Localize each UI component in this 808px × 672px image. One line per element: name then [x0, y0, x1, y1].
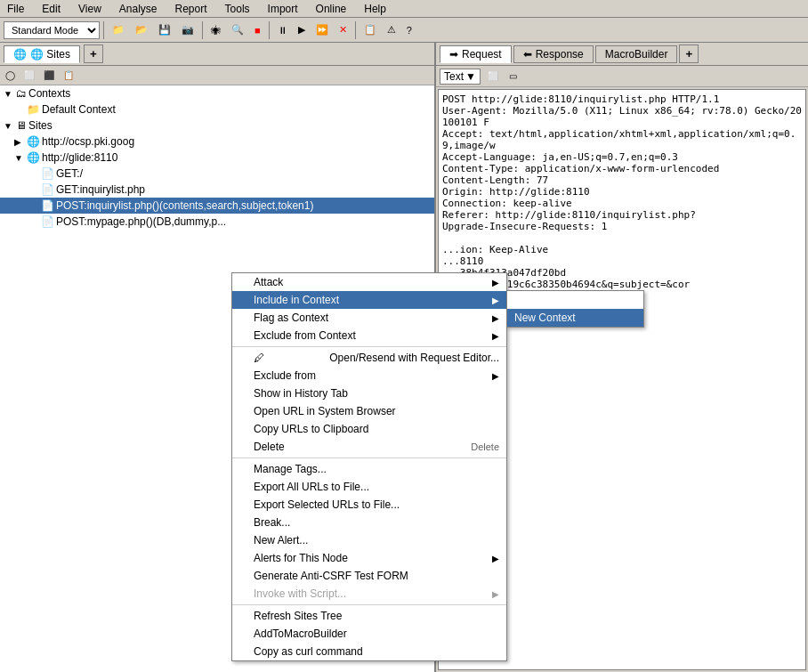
ctx-add-macro[interactable]: AddToMacroBuilder [232, 625, 506, 643]
menu-file[interactable]: File [4, 3, 28, 15]
ctx-openurl-label: Open URL in System Browser [254, 405, 396, 417]
ctx-exclude-label: Exclude from Context [254, 329, 356, 342]
sites-toolbar-btn-2[interactable]: ⬜ [20, 69, 38, 82]
toolbar-break[interactable]: ⏸ [273, 22, 292, 38]
ctx-break[interactable]: Break... [232, 514, 506, 531]
tree-item-glide[interactable]: ▼ 🌐 http://glide:8110 [0, 150, 434, 166]
tree-label-post-inquiry: POST:inquirylist.php()(contents,search,s… [56, 199, 313, 212]
ctx-invokescript-label: Invoke with Script... [254, 587, 346, 600]
ctx-csrf-label: Generate Anti-CSRF Test FORM [254, 570, 408, 582]
mode-select[interactable]: Standard Mode Safe Mode Protected Mode A… [4, 21, 100, 39]
sites-toolbar-btn-4[interactable]: 📋 [60, 69, 77, 82]
ctx-attack[interactable]: Attack ▶ [232, 273, 506, 291]
ctx-open-resend[interactable]: 🖊 Open/Resend with Request Editor... [232, 349, 506, 367]
tree-item-ocsp[interactable]: ▶ 🌐 http://ocsp.pki.goog [0, 134, 434, 150]
menu-view[interactable]: View [75, 3, 105, 15]
ctx-open-url[interactable]: Open URL in System Browser [232, 402, 506, 420]
menu-edit[interactable]: Edit [38, 3, 64, 15]
tree-label-glide: http://glide:8110 [42, 151, 117, 164]
toolbar-drop[interactable]: ✕ [335, 21, 351, 38]
submenu-new-context[interactable]: New Context [507, 309, 643, 327]
view-split-vertical[interactable]: ▭ [505, 69, 521, 83]
ctx-attack-arrow: ▶ [492, 278, 499, 287]
ctx-flag-as-context[interactable]: Flag as Context ▶ [232, 309, 506, 327]
submenu-default-context[interactable]: Default Context [507, 291, 643, 309]
toolbar-alerts[interactable]: ⚠ [383, 21, 400, 38]
tree-label-ocsp: http://ocsp.pki.goog [42, 135, 134, 148]
toolbar-new[interactable]: 📁 [108, 21, 129, 38]
view-split-horizontal[interactable]: ⬜ [484, 69, 502, 83]
sites-toolbar-btn-1[interactable]: ◯ [2, 69, 19, 82]
toolbar-continue[interactable]: ⏩ [311, 21, 333, 38]
toolbar-open[interactable]: 📂 [131, 21, 152, 38]
tree-item-post-inquiry[interactable]: 📄 POST:inquirylist.php()(contents,search… [0, 198, 434, 214]
ctx-include-label: Include in Context [254, 294, 339, 306]
toolbar-step[interactable]: ▶ [294, 21, 310, 38]
tree-item-sites[interactable]: ▼ 🖥 Sites [0, 117, 434, 134]
ctx-copy-curl[interactable]: Copy as curl command [232, 643, 506, 660]
main-layout: 🌐 🌐 Sites + ◯ ⬜ ⬛ 📋 ▼ 🗂 Contexts 📁 Defau… [0, 43, 808, 672]
ctx-alerts-node[interactable]: Alerts for This Node ▶ [232, 549, 506, 567]
ctx-delete-shortcut: Delete [471, 441, 499, 452]
ctx-refresh-sites[interactable]: Refresh Sites Tree [232, 607, 506, 625]
text-format-dropdown[interactable]: Text ▼ [440, 69, 481, 85]
arrow-icon-request: ➡ [449, 48, 458, 61]
ctx-include-in-context[interactable]: Include in Context ▶ Default Context New… [232, 291, 506, 309]
tab-macrobuilder[interactable]: MacroBuilder [595, 45, 678, 63]
tree-item-post-mypage[interactable]: 📄 POST:mypage.php()(DB,dummy,p... [0, 214, 434, 230]
toolbar-spider[interactable]: 🕷 [206, 22, 225, 38]
toolbar-history[interactable]: 📋 [360, 21, 381, 38]
ctx-manage-tags[interactable]: Manage Tags... [232, 460, 506, 478]
ctx-export-all[interactable]: Export All URLs to File... [232, 478, 506, 496]
submenu-default-context-label: Default Context [514, 294, 588, 306]
toolbar-snapshot[interactable]: 📷 [177, 21, 198, 38]
menu-import[interactable]: Import [264, 3, 302, 15]
sites-toolbar-btn-3[interactable]: ⬛ [40, 69, 58, 82]
ctx-managetags-label: Manage Tags... [254, 463, 327, 475]
toolbar-help[interactable]: ? [402, 22, 416, 38]
ctx-include-arrow: ▶ [492, 296, 499, 305]
toolbar-stop[interactable]: ■ [250, 22, 265, 38]
tab-macrobuilder-label: MacroBuilder [605, 48, 668, 61]
request-tabbar: ➡ Request ⬅ Response MacroBuilder + [436, 43, 808, 66]
menu-report[interactable]: Report [172, 3, 211, 15]
add-tab-button[interactable]: + [679, 45, 699, 63]
ctx-copy-urls[interactable]: Copy URLs to Clipboard [232, 420, 506, 438]
menu-online[interactable]: Online [312, 3, 351, 15]
ctx-copycurl-label: Copy as curl command [254, 645, 363, 658]
ctx-refreshsites-label: Refresh Sites Tree [254, 610, 342, 622]
ctx-history-label: Show in History Tab [254, 387, 348, 400]
tree-label-get-inquiry: GET:inquirylist.php [56, 183, 145, 196]
ctx-attack-label: Attack [254, 276, 283, 288]
toolbar-scan[interactable]: 🔍 [227, 21, 248, 38]
ctx-sep-3 [232, 604, 506, 605]
ctx-exclude-from[interactable]: Exclude from ▶ [232, 367, 506, 385]
menu-help[interactable]: Help [360, 3, 390, 15]
ctx-new-alert[interactable]: New Alert... [232, 531, 506, 549]
ctx-exclude-from-context[interactable]: Exclude from Context ▶ [232, 327, 506, 344]
menu-bar: File Edit View Analyse Report Tools Impo… [0, 0, 808, 18]
ctx-flag-arrow: ▶ [492, 313, 499, 323]
expand-icon-glide: ▼ [14, 153, 25, 163]
toolbar-save[interactable]: 💾 [154, 21, 175, 38]
ctx-export-selected[interactable]: Export Selected URLs to File... [232, 496, 506, 514]
tree-item-default-context[interactable]: 📁 Default Context [0, 101, 434, 117]
tab-request[interactable]: ➡ Request [440, 45, 512, 63]
sites-toolbar: ◯ ⬜ ⬛ 📋 [0, 66, 434, 85]
context-menu: Attack ▶ Include in Context ▶ Default Co… [231, 272, 507, 661]
tree-item-get-inquiry[interactable]: 📄 GET:inquirylist.php [0, 182, 434, 198]
menu-tools[interactable]: Tools [222, 3, 254, 15]
ctx-invoke-script: Invoke with Script... ▶ [232, 585, 506, 603]
ctx-delete[interactable]: Delete Delete [232, 438, 506, 456]
ctx-sep-2 [232, 457, 506, 458]
ctx-show-history[interactable]: Show in History Tab [232, 385, 506, 402]
tab-response[interactable]: ⬅ Response [513, 45, 594, 63]
add-sites-tab-button[interactable]: + [84, 45, 103, 63]
page-icon-get-inquiry: 📄 [41, 183, 54, 196]
ctx-generate-csrf[interactable]: Generate Anti-CSRF Test FORM [232, 567, 506, 585]
menu-analyse[interactable]: Analyse [116, 3, 161, 15]
tree-label-get-root: GET:/ [56, 167, 83, 180]
sites-tab[interactable]: 🌐 🌐 Sites [4, 45, 80, 63]
tree-item-get-root[interactable]: 📄 GET:/ [0, 166, 434, 182]
tree-item-contexts[interactable]: ▼ 🗂 Contexts [0, 85, 434, 101]
